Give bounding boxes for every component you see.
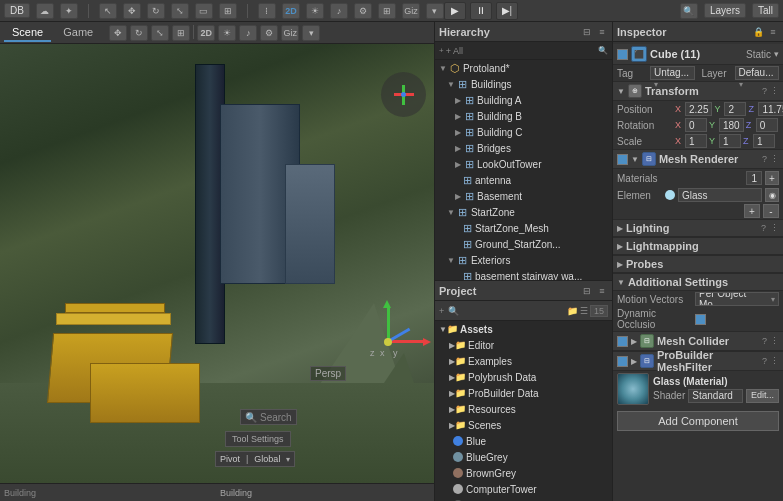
- cursor-icon[interactable]: ↖: [99, 3, 117, 19]
- rotate-icon[interactable]: ↻: [147, 3, 165, 19]
- rect-icon[interactable]: ▭: [195, 3, 213, 19]
- cloud-icon[interactable]: ☁: [36, 3, 54, 19]
- more-icon[interactable]: ▾: [426, 3, 444, 19]
- pause-button[interactable]: ⏸: [470, 2, 492, 20]
- orientation-gizmo[interactable]: [381, 72, 426, 117]
- custom1-icon[interactable]: ⁞: [258, 3, 276, 19]
- inspector-more-icon[interactable]: ≡: [767, 26, 779, 38]
- pivot-label[interactable]: Pivot: [220, 454, 240, 464]
- object-enabled-checkbox[interactable]: [617, 49, 628, 60]
- scale-x-field[interactable]: 1: [685, 134, 707, 148]
- add-component-button[interactable]: Add Component: [617, 411, 779, 431]
- scene-toolbar-icon4[interactable]: ⊞: [172, 25, 190, 41]
- materials-plus-btn[interactable]: +: [765, 171, 779, 185]
- play-button[interactable]: ▶: [444, 2, 466, 20]
- mesh-renderer-header[interactable]: ▼ ⊟ Mesh Renderer ? ⋮: [613, 149, 783, 169]
- tag-value[interactable]: Untag... ▾: [650, 66, 695, 80]
- probes-header[interactable]: ▶ Probes: [613, 255, 783, 273]
- project-item-assets[interactable]: ▼ 📁 Assets: [435, 321, 612, 337]
- lightmapping-header[interactable]: ▶ Lightmapping: [613, 237, 783, 255]
- layer-value[interactable]: Defau... ▾: [735, 66, 780, 80]
- hierarchy-item-basement[interactable]: ▶ ⊞ Basement: [435, 188, 612, 204]
- global-label[interactable]: Global: [254, 454, 280, 464]
- transform-icon[interactable]: ⊞: [219, 3, 237, 19]
- move-gizmo[interactable]: x y z: [355, 293, 425, 363]
- shader-edit-btn[interactable]: Edit...: [746, 389, 779, 403]
- lighting-header[interactable]: ▶ Lighting ? ⋮: [613, 219, 783, 237]
- additional-settings-header[interactable]: ▼ Additional Settings: [613, 273, 783, 291]
- scene-2d[interactable]: 2D: [197, 25, 215, 41]
- transform-info-icon[interactable]: ?: [762, 86, 767, 96]
- element-value[interactable]: Glass: [678, 188, 762, 202]
- hierarchy-item-basement-stairway[interactable]: ⊞ basement stairway wa...: [435, 268, 612, 280]
- layers-button[interactable]: Layers: [704, 3, 746, 18]
- project-list[interactable]: ▼ 📁 Assets ▶ 📁 Editor ▶ 📁 Examples: [435, 321, 612, 501]
- inspector-lock-icon[interactable]: 🔒: [752, 26, 764, 38]
- fx-icon[interactable]: ⚙: [354, 3, 372, 19]
- scene-toolbar-icon1[interactable]: ✥: [109, 25, 127, 41]
- rot-y-field[interactable]: 180: [719, 118, 744, 132]
- project-item-bluegrey[interactable]: BlueGrey: [435, 449, 612, 465]
- hierarchy-item-buildings[interactable]: ▼ ⊞ Buildings: [435, 76, 612, 92]
- tall-button[interactable]: Tall: [752, 3, 779, 18]
- project-item-browngrey[interactable]: BrownGrey: [435, 465, 612, 481]
- probuilder-filter-header[interactable]: ▶ ⊟ ProBuilder MeshFilter ? ⋮: [613, 351, 783, 371]
- pos-y-field[interactable]: 2: [724, 102, 746, 116]
- probuilder-more[interactable]: ⋮: [770, 356, 779, 366]
- scale-y-field[interactable]: 1: [719, 134, 741, 148]
- scene-toolbar-icon2[interactable]: ↻: [130, 25, 148, 41]
- hierarchy-item-buildingC[interactable]: ▶ ⊞ Building C: [435, 124, 612, 140]
- pos-z-field[interactable]: 11.75: [758, 102, 783, 116]
- mesh-renderer-checkbox[interactable]: [617, 154, 628, 165]
- static-dropdown[interactable]: ▾: [774, 49, 779, 59]
- project-add-icon[interactable]: +: [439, 306, 444, 316]
- project-item-darkgrey[interactable]: DarkGrey: [435, 497, 612, 501]
- tab-scene[interactable]: Scene: [4, 24, 51, 42]
- project-item-resources[interactable]: ▶ 📁 Resources: [435, 401, 612, 417]
- project-search-icon[interactable]: 🔍: [448, 306, 459, 316]
- probuilder-checkbox[interactable]: [617, 356, 628, 367]
- tab-game[interactable]: Game: [55, 24, 101, 42]
- hierarchy-item-exteriors[interactable]: ▼ ⊞ Exteriors: [435, 252, 612, 268]
- materials-count[interactable]: 1: [746, 171, 762, 185]
- project-folder-icon[interactable]: 📁: [567, 306, 578, 316]
- hierarchy-item-startzone-mesh[interactable]: ⊞ StartZone_Mesh: [435, 220, 612, 236]
- project-item-scenes[interactable]: ▶ 📁 Scenes: [435, 417, 612, 433]
- mesh-collider-more[interactable]: ⋮: [770, 336, 779, 346]
- step-button[interactable]: ▶|: [496, 2, 518, 20]
- mat-add-btn[interactable]: +: [744, 204, 760, 218]
- scene-light[interactable]: ☀: [218, 25, 236, 41]
- scene-more[interactable]: ▾: [302, 25, 320, 41]
- mesh-collider-checkbox[interactable]: [617, 336, 628, 347]
- project-item-probuilder[interactable]: ▶ 📁 ProBuilder Data: [435, 385, 612, 401]
- scene-toolbar-icon3[interactable]: ⤡: [151, 25, 169, 41]
- hierarchy-item-buildingA[interactable]: ▶ ⊞ Building A: [435, 92, 612, 108]
- pos-x-field[interactable]: 2.25: [685, 102, 712, 116]
- lighting-info[interactable]: ?: [761, 223, 766, 233]
- lighting-more[interactable]: ⋮: [770, 223, 779, 233]
- hierarchy-item-buildingB[interactable]: ▶ ⊞ Building B: [435, 108, 612, 124]
- probuilder-info[interactable]: ?: [762, 356, 767, 366]
- scene-audio[interactable]: ♪: [239, 25, 257, 41]
- scale-z-field[interactable]: 1: [753, 134, 775, 148]
- settings-icon[interactable]: ✦: [60, 3, 78, 19]
- mesh-collider-info[interactable]: ?: [762, 336, 767, 346]
- light-icon[interactable]: ☀: [306, 3, 324, 19]
- move-icon[interactable]: ✥: [123, 3, 141, 19]
- mat-remove-btn[interactable]: -: [763, 204, 779, 218]
- mesh-collider-header[interactable]: ▶ ⊟ Mesh Collider ? ⋮: [613, 331, 783, 351]
- scene-gizmos[interactable]: Giz: [281, 25, 299, 41]
- grid-icon[interactable]: ⊞: [378, 3, 396, 19]
- shader-value[interactable]: Standard: [688, 389, 743, 403]
- gizmos-icon[interactable]: Giz: [402, 3, 420, 19]
- hierarchy-add-icon[interactable]: +: [439, 46, 444, 55]
- project-more-icon[interactable]: ≡: [596, 285, 608, 297]
- transform-header[interactable]: ▼ ⊕ Transform ? ⋮: [613, 81, 783, 101]
- project-list-icon[interactable]: ☰: [580, 306, 588, 316]
- hierarchy-item-ground-starzone[interactable]: ⊞ Ground_StartZon...: [435, 236, 612, 252]
- mesh-renderer-info[interactable]: ?: [762, 154, 767, 164]
- scene-fx[interactable]: ⚙: [260, 25, 278, 41]
- 2d-toggle[interactable]: 2D: [282, 3, 300, 19]
- hierarchy-more-icon[interactable]: ≡: [596, 26, 608, 38]
- hierarchy-search-icon[interactable]: 🔍: [598, 46, 608, 55]
